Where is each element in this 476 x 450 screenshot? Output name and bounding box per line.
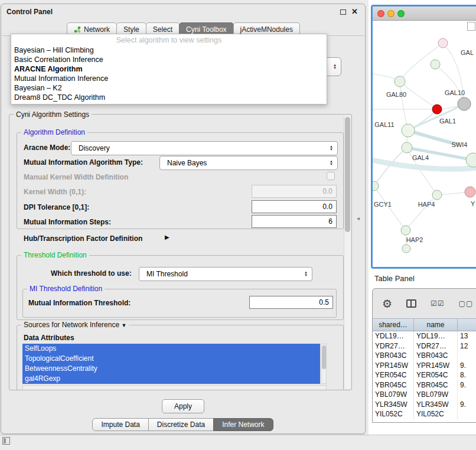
column-header[interactable]: [458, 319, 476, 331]
table-row[interactable]: YBR043CYBR043C: [373, 351, 476, 361]
desktop: Control Panel ✕ Network Style Select Cyn…: [0, 0, 476, 450]
popup-item[interactable]: Dream8 DC_TDC Algorithm: [11, 93, 327, 102]
settings-scrollbar[interactable]: [344, 116, 351, 389]
scrollbar-thumb[interactable]: [322, 345, 326, 369]
network-node-pink[interactable]: [465, 187, 475, 197]
tab-label: jActiveMNodules: [240, 25, 293, 34]
table-row[interactable]: YER054CYER054C8.: [373, 370, 476, 380]
mi-steps-input[interactable]: 6: [252, 215, 337, 228]
network-node-gcy1[interactable]: [373, 181, 379, 191]
table-body: YDL19…YDL19…13 YDR27…YDR27…12 YBR043CYBR…: [373, 331, 476, 423]
node-label: GAL10: [445, 89, 465, 96]
window-title: Control Panel: [6, 8, 53, 16]
zoom-traffic-light[interactable]: [397, 10, 405, 17]
dpi-tolerance-input[interactable]: 0.0: [252, 200, 337, 213]
control-panel-window: Control Panel ✕ Network Style Select Cyn…: [1, 4, 366, 434]
popup-item[interactable]: Bayesian – Hill Climbing: [11, 45, 327, 55]
columns-icon[interactable]: [406, 299, 416, 308]
apply-button[interactable]: Apply: [162, 399, 204, 413]
network-node-gal80[interactable]: [395, 76, 405, 87]
cyni-settings-group: Algorithm Definition Aracne Mode: Discov…: [9, 114, 352, 390]
mi-threshold-input[interactable]: 0.5: [249, 296, 333, 309]
table-row[interactable]: YBR045CYBR045C9.: [373, 380, 476, 390]
network-graph[interactable]: GAL GAL80 GAL10 GAL11 GAL1 SWI4 GAL4 GCY…: [373, 21, 476, 268]
attribute-item[interactable]: SelfLoops: [22, 344, 320, 354]
table-panel-title: Table Panel: [374, 274, 415, 283]
combo-stepper-icon[interactable]: ▲▼: [333, 64, 337, 70]
scrollbar-thumb[interactable]: [345, 117, 350, 232]
network-view-window: GAL GAL80 GAL10 GAL11 GAL1 SWI4 GAL4 GCY…: [371, 5, 476, 269]
tab-infer-network[interactable]: Infer Network: [213, 418, 273, 431]
popup-item-selected[interactable]: ARACNE Algorithm: [11, 64, 327, 74]
which-threshold-label: Which threshold to use:: [51, 269, 132, 278]
network-node-hap2[interactable]: [401, 226, 410, 235]
network-canvas[interactable]: GAL GAL80 GAL10 GAL11 GAL1 SWI4 GAL4 GCY…: [373, 21, 476, 268]
network-window-titlebar[interactable]: [373, 6, 476, 21]
attribute-item[interactable]: BetweennessCentrality: [22, 364, 320, 374]
hub-section-label: Hub/Transcription Factor Definition: [24, 234, 142, 243]
column-header-shared-name[interactable]: shared…: [373, 319, 414, 331]
popup-item[interactable]: Bayesian – K2: [11, 83, 327, 93]
collapse-arrow-icon[interactable]: ▼: [121, 322, 126, 328]
mi-steps-label: Mutual Information Steps:: [24, 218, 111, 226]
bottom-tabbar: Impute Data Discretize Data Infer Networ…: [1, 418, 365, 431]
attribute-list-hscrollbar[interactable]: [22, 385, 327, 390]
network-icon: [74, 26, 81, 33]
tab-impute-data[interactable]: Impute Data: [92, 418, 148, 431]
manual-kernel-checkbox[interactable]: [327, 172, 335, 180]
node-label: Y: [471, 200, 475, 207]
table-row[interactable]: YLR345WYLR345W9.: [373, 400, 476, 410]
close-traffic-light[interactable]: [377, 10, 384, 17]
table-toolbar: ⚙ ☑☑ ▢▢: [373, 289, 476, 318]
mi-type-select[interactable]: Naive Bayes ▲▼: [159, 156, 338, 170]
attribute-item[interactable]: gal4RGexp: [22, 374, 320, 384]
network-node-gal10[interactable]: [458, 97, 471, 110]
expand-arrow-icon[interactable]: ▶: [165, 234, 169, 240]
attribute-item[interactable]: TopologicalCoefficient: [22, 354, 320, 364]
gear-icon[interactable]: ⚙: [382, 298, 392, 309]
table-row[interactable]: YBL079WYBL079W: [373, 390, 476, 400]
close-icon[interactable]: ✕: [351, 7, 358, 16]
float-window-icon[interactable]: [340, 9, 346, 15]
network-node[interactable]: [402, 244, 410, 253]
tab-label: Cyni Toolbox: [186, 25, 226, 34]
table-row[interactable]: YIL052CYIL052C: [373, 409, 476, 419]
popup-item[interactable]: Basic Correlation Inference: [11, 55, 327, 64]
node-label: HAP2: [406, 236, 423, 243]
combo-stepper-icon: ▲▼: [330, 145, 333, 151]
table-row[interactable]: YDR27…YDR27…12: [373, 341, 476, 351]
data-attributes-label: Data Attributes: [24, 334, 74, 342]
network-node-gal4[interactable]: [402, 142, 412, 153]
select-all-icon[interactable]: ☑☑: [431, 299, 445, 308]
aracne-mode-value: Discovery: [79, 144, 110, 152]
settings-group-title: Cyni Algorithm Settings: [14, 110, 92, 119]
tab-label: Network: [84, 25, 110, 34]
table-header: shared… name: [373, 318, 476, 331]
network-node-gal1[interactable]: [402, 124, 415, 137]
network-node-hap4[interactable]: [432, 190, 442, 200]
network-node-red[interactable]: [432, 105, 442, 114]
status-bar: [0, 435, 476, 450]
manual-kernel-label: Manual Kernel Width Definition: [24, 173, 128, 181]
which-threshold-select[interactable]: MI Threshold ▲▼: [139, 267, 312, 281]
node-label: GAL: [461, 49, 474, 56]
threshold-definition-title: Threshold Definition: [21, 251, 89, 259]
table-row[interactable]: YPR145WYPR145W9.: [373, 361, 476, 371]
kernel-width-input[interactable]: 0.0: [252, 185, 337, 198]
popup-item[interactable]: Mutual Information Inference: [11, 74, 327, 83]
attribute-list: SelfLoops TopologicalCoefficient Between…: [22, 344, 320, 384]
network-node[interactable]: [431, 60, 440, 69]
table-row[interactable]: YDL19…YDL19…13: [373, 331, 476, 341]
tab-discretize-data[interactable]: Discretize Data: [148, 418, 214, 431]
splitter-handle-icon[interactable]: ◂: [357, 215, 360, 221]
network-node[interactable]: [438, 38, 448, 48]
aracne-mode-select[interactable]: Discovery ▲▼: [71, 141, 338, 155]
attribute-list-scrollbar[interactable]: [321, 344, 327, 384]
column-header-name[interactable]: name: [414, 319, 458, 331]
kernel-width-label: Kernel Width (0,1):: [24, 188, 86, 196]
deselect-all-icon[interactable]: ▢▢: [459, 299, 474, 308]
minimize-traffic-light[interactable]: [387, 10, 395, 17]
combo-stepper-icon: ▲▼: [304, 271, 308, 277]
panel-toggle-icon[interactable]: [2, 437, 10, 445]
network-node[interactable]: [466, 153, 476, 167]
